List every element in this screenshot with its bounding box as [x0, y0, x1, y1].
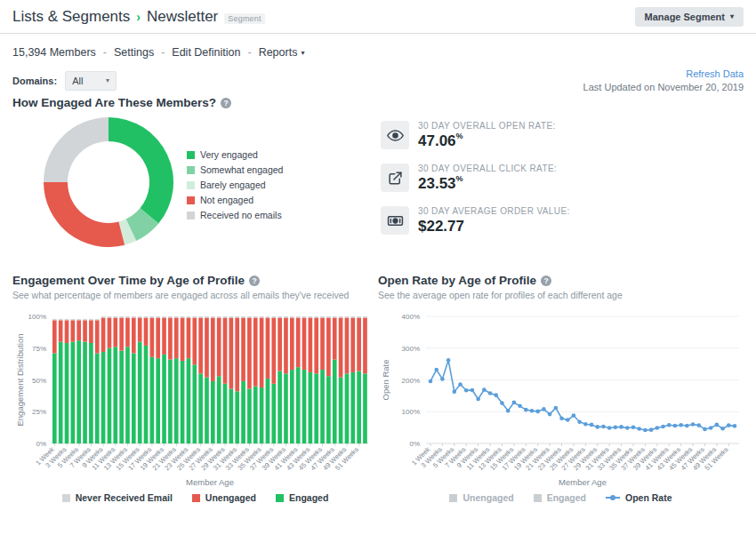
bar-segment-never-received-email[interactable]: [290, 316, 294, 317]
bar-segment-never-received-email[interactable]: [284, 316, 288, 317]
bar-segment-never-received-email[interactable]: [260, 316, 264, 317]
open-rate-point[interactable]: [679, 423, 683, 427]
settings-link[interactable]: Settings: [114, 46, 154, 59]
bar-segment-never-received-email[interactable]: [119, 316, 124, 317]
bar-segment-engaged[interactable]: [168, 360, 173, 443]
open-rate-point[interactable]: [458, 382, 462, 387]
bar-segment-never-received-email[interactable]: [168, 316, 173, 317]
open-rate-point[interactable]: [530, 409, 535, 413]
legend-item-engaged[interactable]: Engaged: [276, 492, 328, 503]
bar-segment-engaged[interactable]: [181, 361, 185, 443]
bar-segment-unengaged[interactable]: [95, 320, 100, 353]
bar-segment-never-received-email[interactable]: [162, 316, 166, 317]
open-rate-point[interactable]: [601, 425, 606, 429]
open-rate-point[interactable]: [595, 425, 599, 429]
bar-segment-engaged[interactable]: [113, 347, 117, 443]
open-rate-point[interactable]: [434, 368, 438, 372]
edit-definition-link[interactable]: Edit Definition: [172, 46, 240, 59]
bar-segment-engaged[interactable]: [174, 358, 179, 443]
open-rate-point[interactable]: [429, 379, 433, 384]
donut-slice-received-no-emails[interactable]: [44, 117, 109, 182]
bar-segment-never-received-email[interactable]: [363, 316, 367, 317]
bar-segment-engaged[interactable]: [65, 343, 69, 443]
bar-segment-unengaged[interactable]: [65, 320, 69, 343]
bar-segment-never-received-email[interactable]: [357, 316, 361, 317]
bar-segment-engaged[interactable]: [52, 353, 57, 443]
bar-segment-unengaged[interactable]: [339, 317, 343, 377]
open-rate-point[interactable]: [488, 391, 493, 395]
bar-segment-engaged[interactable]: [363, 373, 367, 443]
bar-segment-never-received-email[interactable]: [217, 316, 221, 317]
bar-segment-unengaged[interactable]: [253, 317, 258, 386]
open-rate-point[interactable]: [709, 426, 713, 430]
bar-segment-engaged[interactable]: [205, 378, 209, 443]
open-rate-point[interactable]: [512, 401, 517, 405]
open-rate-point[interactable]: [464, 388, 469, 393]
open-rate-point[interactable]: [548, 412, 552, 417]
bar-segment-engaged[interactable]: [76, 340, 81, 443]
open-rate-point[interactable]: [649, 427, 654, 432]
bar-segment-engaged[interactable]: [309, 372, 313, 443]
open-rate-point[interactable]: [667, 423, 672, 427]
bar-segment-unengaged[interactable]: [101, 317, 106, 352]
bar-segment-engaged[interactable]: [339, 378, 343, 443]
bar-segment-unengaged[interactable]: [290, 317, 294, 370]
bar-segment-engaged[interactable]: [229, 389, 234, 443]
open-rate-point[interactable]: [631, 425, 636, 429]
bar-segment-never-received-email[interactable]: [132, 316, 136, 317]
bar-segment-never-received-email[interactable]: [65, 319, 69, 320]
bar-segment-unengaged[interactable]: [144, 317, 149, 345]
open-rate-point[interactable]: [577, 419, 582, 424]
bar-segment-never-received-email[interactable]: [144, 316, 149, 317]
open-rate-point[interactable]: [696, 423, 701, 427]
open-rate-point[interactable]: [715, 423, 720, 427]
donut-slice-very-engaged[interactable]: [109, 117, 173, 224]
bar-segment-engaged[interactable]: [101, 352, 106, 443]
bar-segment-unengaged[interactable]: [162, 317, 166, 354]
bar-segment-engaged[interactable]: [211, 381, 215, 443]
bar-segment-never-received-email[interactable]: [350, 316, 355, 317]
bar-segment-engaged[interactable]: [150, 357, 155, 443]
bar-segment-unengaged[interactable]: [192, 317, 197, 364]
bar-segment-unengaged[interactable]: [296, 317, 301, 367]
reports-dropdown[interactable]: Reports ▾: [259, 46, 305, 59]
bar-segment-unengaged[interactable]: [174, 317, 179, 358]
bar-segment-unengaged[interactable]: [59, 320, 63, 341]
bar-segment-never-received-email[interactable]: [89, 319, 93, 320]
bar-segment-engaged[interactable]: [290, 370, 294, 443]
legend-item-received-no-emails[interactable]: Received no emails: [187, 210, 283, 220]
bar-segment-unengaged[interactable]: [229, 317, 234, 388]
bar-segment-never-received-email[interactable]: [339, 316, 343, 317]
bar-segment-unengaged[interactable]: [277, 317, 282, 371]
bar-segment-unengaged[interactable]: [320, 317, 325, 370]
open-rate-point[interactable]: [500, 401, 504, 405]
bar-segment-never-received-email[interactable]: [76, 319, 81, 320]
open-rate-point[interactable]: [559, 416, 564, 420]
refresh-data-link[interactable]: Refresh Data: [583, 68, 744, 79]
bar-segment-unengaged[interactable]: [302, 317, 307, 370]
bar-segment-unengaged[interactable]: [198, 317, 203, 373]
open-rate-point[interactable]: [673, 424, 678, 428]
open-rate-point[interactable]: [619, 425, 623, 429]
bar-segment-unengaged[interactable]: [132, 317, 136, 353]
bar-segment-engaged[interactable]: [138, 342, 142, 443]
open-rate-point[interactable]: [643, 428, 647, 433]
bar-segment-unengaged[interactable]: [181, 317, 185, 361]
legend-item-not-engaged[interactable]: Not engaged: [187, 195, 283, 205]
bar-segment-unengaged[interactable]: [357, 317, 361, 371]
bar-segment-never-received-email[interactable]: [271, 316, 276, 317]
open-rate-point[interactable]: [691, 422, 696, 427]
bar-segment-never-received-email[interactable]: [326, 316, 331, 317]
bar-segment-unengaged[interactable]: [52, 320, 57, 353]
bar-segment-unengaged[interactable]: [271, 317, 276, 383]
bar-segment-engaged[interactable]: [198, 373, 203, 443]
open-rate-point[interactable]: [661, 425, 665, 429]
bar-segment-engaged[interactable]: [83, 342, 87, 443]
bar-segment-never-received-email[interactable]: [52, 319, 57, 320]
bar-segment-unengaged[interactable]: [138, 317, 142, 341]
breadcrumb-lists-segments[interactable]: Lists & Segments: [12, 8, 130, 26]
bar-segment-unengaged[interactable]: [309, 317, 313, 371]
bar-segment-engaged[interactable]: [119, 351, 124, 443]
bar-segment-never-received-email[interactable]: [205, 316, 209, 317]
bar-segment-unengaged[interactable]: [76, 320, 81, 340]
